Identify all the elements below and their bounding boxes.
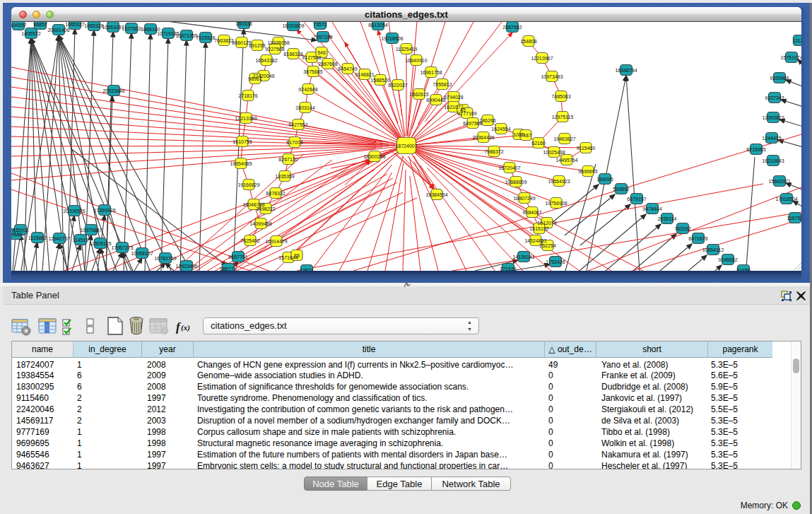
svg-text:435001: 435001 bbox=[12, 228, 28, 233]
svg-text:7955812: 7955812 bbox=[433, 82, 452, 87]
svg-text:16914479: 16914479 bbox=[265, 239, 287, 244]
svg-text:18300295: 18300295 bbox=[363, 154, 385, 159]
svg-text:1562615: 1562615 bbox=[409, 92, 428, 97]
svg-text:18807249: 18807249 bbox=[513, 196, 535, 201]
svg-text:154808: 154808 bbox=[520, 39, 536, 44]
svg-text:1115682: 1115682 bbox=[28, 235, 47, 240]
svg-text:16033809: 16033809 bbox=[282, 23, 304, 28]
svg-text:114519: 114519 bbox=[73, 238, 89, 243]
svg-text:7986372: 7986372 bbox=[484, 149, 503, 154]
svg-text:10973493: 10973493 bbox=[541, 74, 563, 79]
svg-text:9084067: 9084067 bbox=[522, 210, 541, 215]
svg-text:19654923: 19654923 bbox=[548, 179, 570, 184]
svg-text:6879197: 6879197 bbox=[627, 197, 646, 201]
svg-text:17359928: 17359928 bbox=[93, 208, 115, 213]
svg-text:9245652: 9245652 bbox=[718, 257, 737, 262]
svg-text:20691406: 20691406 bbox=[47, 28, 69, 33]
svg-text:9242848: 9242848 bbox=[298, 87, 317, 92]
svg-text:891295: 891295 bbox=[249, 43, 265, 48]
svg-text:16961758: 16961758 bbox=[420, 70, 442, 75]
svg-text:17016504: 17016504 bbox=[775, 197, 797, 201]
svg-text:6794028: 6794028 bbox=[444, 95, 463, 100]
svg-text:16210643: 16210643 bbox=[762, 158, 784, 163]
svg-text:617004: 617004 bbox=[286, 140, 302, 145]
svg-text:16640910: 16640910 bbox=[405, 58, 427, 63]
svg-text:3498222: 3498222 bbox=[256, 206, 275, 211]
svg-text:1753426: 1753426 bbox=[546, 259, 565, 264]
svg-text:73572: 73572 bbox=[313, 22, 327, 27]
svg-text:10653287: 10653287 bbox=[102, 25, 124, 30]
svg-text:12942737: 12942737 bbox=[48, 236, 70, 241]
svg-text:12923446: 12923446 bbox=[175, 264, 197, 269]
svg-text:2935114: 2935114 bbox=[658, 216, 677, 221]
svg-text:763262: 763262 bbox=[674, 226, 690, 231]
svg-text:8322037: 8322037 bbox=[388, 83, 407, 88]
svg-text:2887682: 2887682 bbox=[502, 25, 522, 30]
svg-text:20364436: 20364436 bbox=[472, 135, 494, 140]
svg-text:12975115: 12975115 bbox=[552, 115, 574, 119]
svg-text:16648784: 16648784 bbox=[615, 68, 637, 73]
svg-text:8186328: 8186328 bbox=[283, 52, 302, 57]
svg-text:10688609: 10688609 bbox=[505, 180, 526, 185]
svg-text:16543382: 16543382 bbox=[255, 58, 277, 63]
svg-text:10975887: 10975887 bbox=[80, 228, 102, 233]
svg-text:7485063: 7485063 bbox=[551, 94, 570, 99]
svg-text:10025438: 10025438 bbox=[543, 150, 565, 155]
svg-text:11122: 11122 bbox=[793, 38, 801, 43]
svg-text:104557: 104557 bbox=[11, 23, 27, 28]
svg-text:9115460: 9115460 bbox=[577, 146, 596, 151]
svg-text:12213967: 12213967 bbox=[531, 56, 553, 61]
svg-text:9857791: 9857791 bbox=[228, 255, 247, 259]
svg-text:18724007: 18724007 bbox=[395, 144, 417, 148]
svg-text:16671355: 16671355 bbox=[175, 33, 197, 38]
svg-text:9127508: 9127508 bbox=[302, 55, 321, 60]
svg-text:164095: 164095 bbox=[596, 177, 613, 182]
svg-text:17957275: 17957275 bbox=[111, 245, 133, 250]
svg-text:1065327: 1065327 bbox=[65, 22, 84, 27]
svg-text:98961: 98961 bbox=[248, 76, 262, 81]
svg-text:8267130: 8267130 bbox=[278, 157, 298, 162]
svg-text:96857: 96857 bbox=[33, 22, 47, 27]
svg-text:746266: 746266 bbox=[479, 118, 495, 123]
svg-text:19654985: 19654985 bbox=[230, 161, 252, 166]
svg-text:62160: 62160 bbox=[531, 141, 546, 146]
svg-text:19384554: 19384554 bbox=[425, 192, 447, 197]
svg-text:1065328: 1065328 bbox=[84, 23, 103, 28]
svg-text:14099488: 14099488 bbox=[249, 221, 271, 226]
svg-text:10958107: 10958107 bbox=[131, 251, 153, 256]
svg-text:9427552: 9427552 bbox=[288, 122, 307, 127]
svg-text:7357224: 7357224 bbox=[313, 35, 332, 40]
svg-text:8454749: 8454749 bbox=[338, 66, 357, 71]
svg-text:2718176: 2718176 bbox=[238, 93, 257, 98]
svg-text:15692971: 15692971 bbox=[768, 179, 790, 184]
svg-text:160338: 160338 bbox=[235, 22, 252, 26]
svg-text:9474444: 9474444 bbox=[642, 206, 661, 211]
svg-text:9777169: 9777169 bbox=[457, 111, 476, 116]
svg-text:12505135: 12505135 bbox=[89, 241, 111, 246]
svg-text:1615192: 1615192 bbox=[529, 226, 548, 231]
svg-text:85: 85 bbox=[294, 253, 300, 258]
svg-text:39159: 39159 bbox=[11, 232, 23, 237]
svg-text:20533846: 20533846 bbox=[102, 88, 124, 93]
svg-text:10654112: 10654112 bbox=[702, 247, 724, 252]
svg-text:3875685: 3875685 bbox=[303, 69, 322, 74]
svg-text:1624554: 1624554 bbox=[491, 127, 510, 132]
svg-text:15751074: 15751074 bbox=[780, 55, 801, 60]
svg-text:19463627: 19463627 bbox=[553, 136, 575, 141]
svg-text:13226058: 13226058 bbox=[267, 40, 289, 45]
svg-text:1244415: 1244415 bbox=[762, 136, 781, 141]
svg-text:8471676: 8471676 bbox=[688, 236, 707, 241]
svg-text:593892: 593892 bbox=[613, 187, 629, 192]
svg-text:8990448: 8990448 bbox=[426, 98, 445, 103]
svg-text:9699695: 9699695 bbox=[578, 169, 597, 174]
svg-text:1527602: 1527602 bbox=[122, 26, 141, 31]
svg-text:16782759: 16782759 bbox=[154, 256, 176, 261]
svg-text:19166829: 19166829 bbox=[237, 182, 259, 187]
svg-text:1612074: 1612074 bbox=[537, 221, 556, 226]
svg-text:14136141: 14136141 bbox=[512, 255, 534, 259]
svg-text:1335359: 1335359 bbox=[275, 174, 294, 179]
svg-text:8215955: 8215955 bbox=[746, 147, 765, 152]
svg-text:7625402: 7625402 bbox=[240, 238, 259, 243]
svg-text:12093872: 12093872 bbox=[762, 115, 784, 120]
svg-text:1588520: 1588520 bbox=[370, 78, 389, 83]
